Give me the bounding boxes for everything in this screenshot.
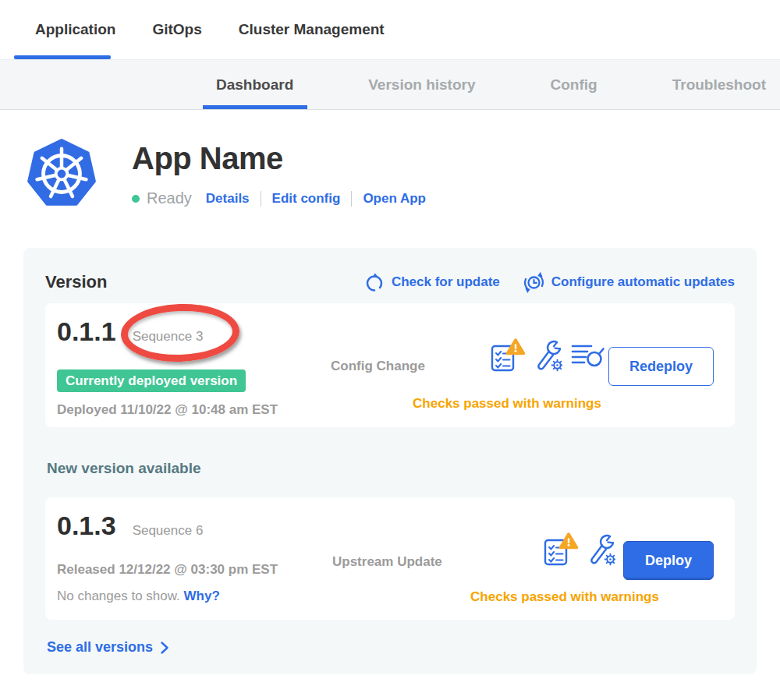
redeploy-button[interactable]: Redeploy xyxy=(608,347,714,386)
check-for-update-link[interactable]: Check for update xyxy=(364,272,500,293)
divider xyxy=(351,191,352,207)
current-version-sequence: Sequence 3 xyxy=(133,329,204,345)
why-link[interactable]: Why? xyxy=(184,589,220,603)
tab-application[interactable]: Application xyxy=(35,21,115,38)
tab-gitops[interactable]: GitOps xyxy=(152,21,201,38)
available-version-icons xyxy=(543,532,615,567)
configure-automatic-updates-link[interactable]: Configure automatic updates xyxy=(523,271,735,293)
see-all-versions-label: See all versions xyxy=(47,639,153,656)
status-dot-icon xyxy=(132,195,140,203)
available-version-number: 0.1.3 xyxy=(57,510,116,541)
available-version-card: 0.1.3 Sequence 6 Released 12/12/22 @ 03:… xyxy=(45,497,735,620)
status-text: Ready xyxy=(147,189,192,207)
tab-cluster-management[interactable]: Cluster Management xyxy=(239,21,385,38)
kubernetes-logo-icon xyxy=(27,139,96,209)
check-for-update-label: Check for update xyxy=(392,274,500,290)
version-title: Version xyxy=(45,272,107,292)
chevron-right-icon xyxy=(160,641,169,655)
view-files-icon[interactable] xyxy=(571,342,605,369)
details-link[interactable]: Details xyxy=(206,191,250,207)
app-header: App Name Ready Details Edit config Open … xyxy=(27,139,780,209)
checks-warning-text: Checks passed with warnings xyxy=(351,396,663,412)
tab-dashboard[interactable]: Dashboard xyxy=(216,60,293,109)
open-app-link[interactable]: Open App xyxy=(363,191,426,207)
tab-version-history[interactable]: Version history xyxy=(368,60,475,109)
no-changes-text: No changes to show. xyxy=(57,589,180,603)
see-all-versions-link[interactable]: See all versions xyxy=(47,639,169,656)
main-nav: Application GitOps Cluster Management xyxy=(0,0,780,59)
checks-warning-text: Checks passed with warnings xyxy=(409,589,721,605)
divider xyxy=(261,191,261,207)
release-type-label: Upstream Update xyxy=(332,554,442,570)
version-section: Version Check for update xyxy=(23,248,757,674)
new-version-heading: New version available xyxy=(47,460,735,477)
preflight-checks-icon[interactable] xyxy=(543,532,579,567)
config-wrench-icon[interactable] xyxy=(534,339,562,372)
page-title: App Name xyxy=(132,140,426,176)
changes-row: No changes to show. Why? xyxy=(57,589,220,604)
app-status-row: Ready Details Edit config Open App xyxy=(132,189,426,207)
tab-config[interactable]: Config xyxy=(551,60,597,109)
config-wrench-icon[interactable] xyxy=(587,533,615,566)
current-version-icons xyxy=(490,338,605,373)
version-section-header: Version Check for update xyxy=(45,271,735,293)
refresh-icon xyxy=(364,272,385,293)
preflight-checks-icon[interactable] xyxy=(490,338,526,373)
current-version-number: 0.1.1 xyxy=(57,316,116,347)
app-header-text: App Name Ready Details Edit config Open … xyxy=(132,139,426,209)
version-actions: Check for update Configure automatic upd… xyxy=(364,271,735,293)
release-type-label: Config Change xyxy=(331,359,425,374)
available-version-sequence: Sequence 6 xyxy=(133,523,204,539)
current-version-row: 0.1.1 Sequence 3 xyxy=(57,316,203,347)
configure-automatic-updates-label: Configure automatic updates xyxy=(551,274,735,290)
deployed-timestamp: Deployed 11/10/22 @ 10:48 am EST xyxy=(57,402,278,418)
edit-config-link[interactable]: Edit config xyxy=(272,191,341,207)
sub-nav: Dashboard Version history Config Trouble… xyxy=(0,59,780,110)
currently-deployed-badge: Currently deployed version xyxy=(57,369,246,392)
available-version-row: 0.1.3 Sequence 6 xyxy=(57,510,203,541)
schedule-update-icon xyxy=(523,271,544,293)
tab-troubleshoot[interactable]: Troubleshoot xyxy=(672,60,766,109)
released-timestamp: Released 12/12/22 @ 03:30 pm EST xyxy=(57,562,278,578)
current-version-card: 0.1.1 Sequence 3 Currently deployed vers… xyxy=(45,303,735,427)
deploy-button[interactable]: Deploy xyxy=(623,541,714,580)
